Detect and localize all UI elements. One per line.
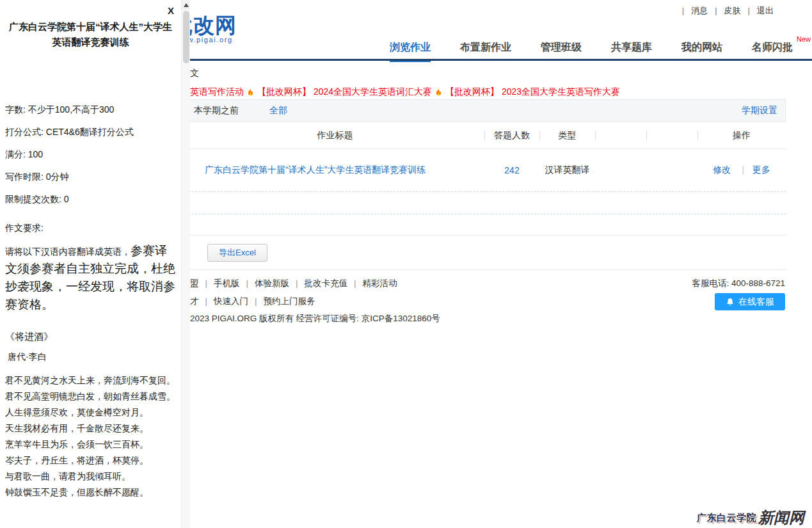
header-empty-2 (646, 122, 697, 148)
poem-line: 天生我材必有用，千金散尽还复来。 (5, 421, 176, 436)
requirement-text: 请将以下汉语内容翻译成英语，参赛译文须参赛者自主独立完成，杜绝抄袭现象，一经发现… (5, 242, 176, 314)
logout-link[interactable]: 退出 (741, 5, 774, 17)
footer-link-recharge[interactable]: 批改卡充值 (289, 278, 347, 289)
poem-title: 《将进酒》 (5, 330, 176, 343)
edit-link[interactable]: 修改 (713, 164, 731, 175)
poem-line: 君不见黄河之水天上来，奔流到海不复回。 (5, 373, 176, 388)
meta-submission-limit: 限制提交次数: 0 (5, 193, 176, 205)
new-badge: New (797, 35, 811, 43)
footer-link-quick-start[interactable]: 快速入门 (199, 296, 249, 307)
meta-scoring-formula: 打分公式: CET4&6翻译打分公式 (5, 126, 176, 138)
footer-links-row-2: 才 快速入门 预约上门服务 (190, 296, 315, 307)
poem-line: 烹羊宰牛且为乐，会须一饮三百杯。 (5, 437, 176, 452)
announcement-writing-activity[interactable]: 英语写作活动 (190, 86, 244, 98)
assignment-title-link[interactable]: 广东白云学院第十届“译术人生”大学生英语翻译竞赛训练 (186, 164, 484, 176)
poem-author: 唐代·李白 (5, 351, 176, 363)
flame-icon (434, 88, 443, 97)
more-link[interactable]: 更多 (733, 164, 770, 175)
requirement-normal-text: 请将以下汉语内容翻译成英语， (5, 246, 131, 257)
watermark-news-label: 新闻网 (758, 511, 804, 524)
requirement-label: 作文要求: (5, 222, 176, 234)
flame-icon (246, 88, 255, 97)
skin-link[interactable]: 皮肤 (708, 5, 740, 17)
assignment-type: 汉译英翻译 (539, 164, 595, 176)
online-service-button[interactable]: 在线客服 (715, 293, 785, 310)
export-excel-button[interactable]: 导出Excel (207, 244, 267, 262)
footer-link-new-version[interactable]: 体验新版 (240, 278, 290, 289)
announcement-bar: 英语写作活动 【批改网杯】 2024全国大学生英语词汇大赛 【批改网杯】 202… (190, 86, 620, 98)
poem-body: 君不见黄河之水天上来，奔流到海不复回。 君不见高堂明镜悲白发，朝如青丝暮成雪。 … (5, 373, 176, 500)
scroll-up-button[interactable] (182, 0, 190, 10)
footer-link-alliance[interactable]: 盟 (190, 278, 199, 289)
header-respondents: 答题人数 (484, 122, 539, 148)
poem-line: 与君歌一曲，请君为我倾耳听。 (5, 469, 176, 484)
bell-icon (726, 298, 735, 307)
assignment-detail-overlay: X 广东白云学院第十届“译术人生”大学生英语翻译竞赛训练 字数: 不少于100,… (0, 0, 181, 528)
scroll-up-icon (184, 3, 189, 7)
table-row: 广东白云学院第十届“译术人生”大学生英语翻译竞赛训练 242 汉译英翻译 修改 … (186, 149, 786, 192)
footer-links-row-1: 盟 手机版 体验新版 批改卡充值 精彩活动 (190, 278, 397, 289)
overlay-assignment-title: 广东白云学院第十届“译术人生”大学生英语翻译竞赛训练 (5, 19, 176, 50)
tab-before-this-semester[interactable]: 本学期之前 (194, 105, 239, 116)
announcement-vocab-contest-2024[interactable]: 【批改网杯】 2024全国大学生英语词汇大赛 (257, 86, 432, 98)
meta-full-score: 满分: 100 (5, 148, 176, 161)
footer-link-onsite-service[interactable]: 预约上门服务 (248, 296, 315, 307)
pigai-teacher-page: 消息 皮肤 退出 批改网 www.pigai.org 浏览作业 布置新作业 管理… (0, 0, 812, 528)
header-assignment-title: 作业标题 (186, 122, 484, 148)
breadcrumb: 文 (190, 68, 199, 79)
semester-filter-bar: 本学期之前 全部 学期设置 (186, 99, 786, 122)
scrollbar-thumb[interactable] (183, 11, 189, 63)
news-site-watermark: 广东白云学院 新闻网 (697, 511, 804, 524)
online-service-label: 在线客服 (738, 296, 774, 308)
poem-line: 君不见高堂明镜悲白发，朝如青丝暮成雪。 (5, 389, 176, 404)
watermark-school-name: 广东白云学院 (697, 512, 756, 524)
poem-line: 人生得意须尽欢，莫使金樽空对月。 (5, 405, 176, 420)
meta-time-limit: 写作时限: 0分钟 (5, 171, 176, 183)
meta-word-count: 字数: 不少于100,不高于300 (5, 104, 176, 116)
table-header-row: 作业标题 答题人数 类型 操作 (186, 122, 786, 149)
footer-link-mobile[interactable]: 手机版 (199, 278, 240, 289)
messages-link[interactable]: 消息 (675, 5, 708, 17)
row-actions: 修改 更多 (697, 164, 786, 176)
header-type: 类型 (539, 122, 595, 148)
empty-table-row (186, 192, 786, 214)
assignment-meta: 字数: 不少于100,不高于300 打分公式: CET4&6翻译打分公式 满分:… (5, 104, 176, 205)
header-actions: 操作 (697, 122, 786, 148)
close-icon[interactable]: X (168, 5, 174, 16)
header-empty-1 (595, 122, 646, 148)
copyright-text: 2023 PIGAI.ORG 版权所有 经营许可证编号: 京ICP备130218… (190, 313, 440, 324)
footer-link-activities[interactable]: 精彩活动 (347, 278, 397, 289)
announcement-writing-contest-2023[interactable]: 【批改网杯】 2023全国大学生英语写作大赛 (445, 86, 620, 98)
footer-link-talent[interactable]: 才 (190, 296, 199, 307)
semester-settings-link[interactable]: 学期设置 (742, 105, 777, 116)
table-bottom-spacer (186, 214, 786, 236)
overlay-scrollbar[interactable] (181, 0, 190, 528)
tab-all[interactable]: 全部 (269, 105, 287, 116)
poem-line: 岑夫子，丹丘生，将进酒，杯莫停。 (5, 453, 176, 468)
service-phone: 客服电话: 400-888-6721 (692, 278, 785, 289)
export-section: 导出Excel (186, 236, 786, 270)
assignment-list-panel: 本学期之前 全部 学期设置 作业标题 答题人数 类型 操作 广东白云学院第十届“… (186, 99, 786, 270)
poem-line: 钟鼓馔玉不足贵，但愿长醉不愿醒。 (5, 485, 176, 500)
user-bar: 消息 皮肤 退出 (675, 5, 774, 17)
respondent-count-link[interactable]: 242 (484, 165, 539, 175)
nav-teacher-flash-grading-label: 名师闪批 (752, 42, 793, 52)
